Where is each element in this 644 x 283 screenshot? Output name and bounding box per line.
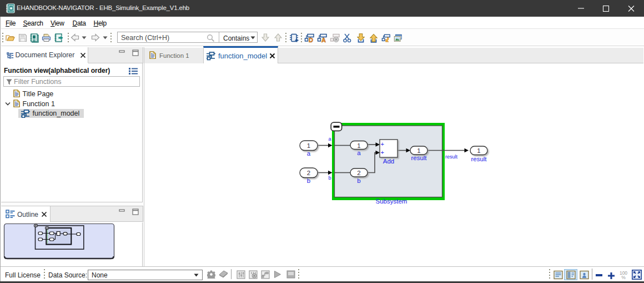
svg-text:a: a (357, 150, 361, 156)
svg-text:+: + (381, 141, 384, 147)
svg-text:1: 1 (357, 142, 360, 149)
svg-text:1: 1 (307, 142, 310, 149)
svg-text:1: 1 (477, 147, 480, 154)
svg-text:result: result (445, 154, 458, 160)
svg-text:a: a (328, 136, 331, 142)
svg-text:+: + (381, 149, 384, 156)
svg-text:result: result (411, 155, 427, 161)
svg-text:b: b (307, 177, 310, 184)
svg-text:b: b (357, 177, 360, 184)
svg-text:D: D (309, 37, 313, 43)
svg-text:2: 2 (307, 170, 310, 176)
svg-text:result: result (471, 156, 487, 162)
svg-text:b: b (328, 175, 331, 181)
svg-text:A: A (321, 37, 326, 43)
svg-text:1: 1 (417, 147, 420, 154)
svg-text:Subsystem: Subsystem (376, 198, 407, 205)
svg-text:2: 2 (357, 170, 360, 176)
svg-text:a: a (307, 150, 311, 157)
svg-text:Add: Add (383, 158, 394, 165)
